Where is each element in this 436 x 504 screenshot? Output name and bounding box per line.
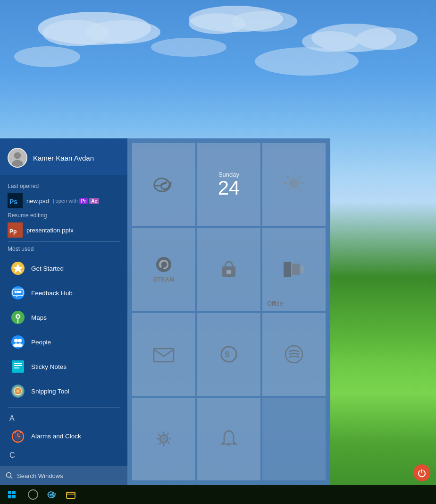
- badge-aftereffects: Ae: [89, 198, 99, 204]
- tile-mail[interactable]: [132, 313, 195, 396]
- svg-rect-62: [154, 349, 174, 362]
- svg-point-64: [285, 346, 302, 363]
- cortana-button[interactable]: [24, 485, 42, 504]
- windows-logo: [8, 490, 16, 499]
- search-input[interactable]: [17, 472, 122, 479]
- svg-rect-71: [8, 495, 11, 498]
- app-item-sticky-notes[interactable]: Sticky Notes: [8, 354, 120, 379]
- svg-line-44: [20, 432, 22, 433]
- mail-tile-icon: [152, 345, 176, 364]
- tile-store[interactable]: [197, 228, 260, 311]
- svg-point-66: [161, 436, 166, 441]
- app-label-maps: Maps: [31, 314, 47, 321]
- svg-text:Pp: Pp: [9, 228, 17, 235]
- snipping-tool-icon: [9, 383, 26, 400]
- power-button[interactable]: [413, 464, 430, 481]
- skype-tile-icon: S: [218, 343, 240, 366]
- search-icon: [6, 472, 13, 479]
- svg-point-11: [255, 47, 359, 76]
- file-name-psd: new.psd: [26, 197, 49, 205]
- svg-point-2: [85, 20, 160, 44]
- svg-rect-70: [12, 491, 16, 494]
- tiles-panel: Sunday 24: [127, 138, 330, 485]
- svg-point-47: [289, 179, 299, 188]
- svg-point-56: [156, 257, 171, 272]
- user-header[interactable]: Kamer Kaan Avdan: [0, 138, 127, 175]
- tile-notifications[interactable]: [197, 398, 260, 481]
- steam-tile-icon: STEAM: [153, 256, 175, 283]
- file-name-pptx: presentation.pptx: [26, 227, 74, 234]
- app-item-get-started[interactable]: Get Started: [8, 256, 120, 281]
- svg-rect-72: [12, 495, 16, 498]
- notifications-tile-icon: [217, 427, 241, 451]
- tile-edge[interactable]: [132, 143, 195, 226]
- svg-text:Ps: Ps: [9, 198, 17, 205]
- tile-office[interactable]: Office: [262, 228, 326, 311]
- feedback-hub-icon: [9, 284, 26, 301]
- sticky-notes-icon: [9, 358, 26, 375]
- svg-line-53: [299, 177, 301, 178]
- app-label-sticky-notes: Sticky Notes: [31, 363, 67, 370]
- svg-point-13: [14, 152, 21, 159]
- app-item-people[interactable]: People: [8, 330, 120, 354]
- store-tile-icon: [218, 258, 240, 281]
- svg-point-9: [14, 46, 80, 67]
- svg-point-8: [356, 27, 418, 50]
- app-label-get-started: Get Started: [31, 265, 64, 272]
- tile-settings[interactable]: [132, 398, 195, 481]
- taskbar-explorer-button[interactable]: [61, 485, 80, 504]
- tile-skype[interactable]: S: [197, 313, 260, 396]
- app-item-alarms[interactable]: Alarms and Clock: [8, 424, 120, 448]
- svg-rect-58: [226, 270, 231, 274]
- app-item-maps[interactable]: Maps: [8, 305, 120, 330]
- start-button[interactable]: [0, 485, 24, 504]
- steam-label: STEAM: [153, 276, 175, 283]
- tile-spotify[interactable]: [262, 313, 326, 396]
- svg-point-33: [17, 343, 23, 347]
- office-tile-label: Office: [267, 300, 283, 307]
- tile-calendar[interactable]: Sunday 24: [197, 143, 260, 226]
- settings-tile-icon: [152, 427, 176, 451]
- svg-text:S: S: [225, 350, 230, 359]
- people-icon: [9, 333, 26, 350]
- app-item-feedback-hub[interactable]: Feedback Hub: [8, 281, 120, 305]
- svg-point-38: [11, 384, 25, 398]
- taskbar: [0, 485, 436, 504]
- svg-point-28: [17, 316, 19, 318]
- separator1: [8, 241, 120, 242]
- weather-tile-icon: [282, 173, 306, 196]
- file-item-pptx[interactable]: Pp presentation.pptx: [8, 222, 120, 238]
- left-panel: Kamer Kaan Avdan Last opened Ps new.psd …: [0, 138, 127, 485]
- taskbar-explorer-icon: [66, 489, 76, 500]
- svg-rect-35: [14, 363, 22, 364]
- svg-point-23: [17, 291, 19, 293]
- svg-point-5: [231, 11, 297, 32]
- file-item-psd[interactable]: Ps new.psd | open with Pr Ae: [8, 193, 120, 208]
- separator2: [8, 407, 120, 408]
- svg-line-55: [299, 188, 301, 190]
- edge-tile-icon: [152, 173, 176, 196]
- office-tile-icon: [283, 260, 305, 279]
- svg-point-10: [151, 38, 226, 57]
- tile-steam[interactable]: STEAM: [132, 228, 195, 311]
- app-label-snipping-tool: Snipping Tool: [31, 388, 69, 395]
- power-icon: [417, 468, 427, 478]
- app-item-snipping-tool[interactable]: Snipping Tool: [8, 379, 120, 403]
- powerpoint-icon: Pp: [8, 222, 23, 238]
- svg-line-54: [287, 188, 289, 190]
- photoshop-icon: Ps: [8, 193, 23, 208]
- svg-point-45: [7, 473, 11, 478]
- tile-weather[interactable]: [262, 143, 326, 226]
- svg-rect-34: [12, 360, 24, 373]
- cortana-icon: [27, 489, 39, 500]
- svg-rect-61: [301, 265, 304, 273]
- taskbar-edge-button[interactable]: [42, 485, 61, 504]
- alarms-icon: [9, 427, 26, 444]
- spotify-tile-icon: [283, 343, 305, 366]
- resume-editing-label: Resume editing: [8, 212, 120, 219]
- svg-point-22: [15, 291, 17, 293]
- search-bar[interactable]: [0, 466, 127, 485]
- tile-empty: [262, 398, 326, 481]
- app-label-alarms: Alarms and Clock: [31, 433, 81, 440]
- app-label-feedback-hub: Feedback Hub: [31, 290, 73, 297]
